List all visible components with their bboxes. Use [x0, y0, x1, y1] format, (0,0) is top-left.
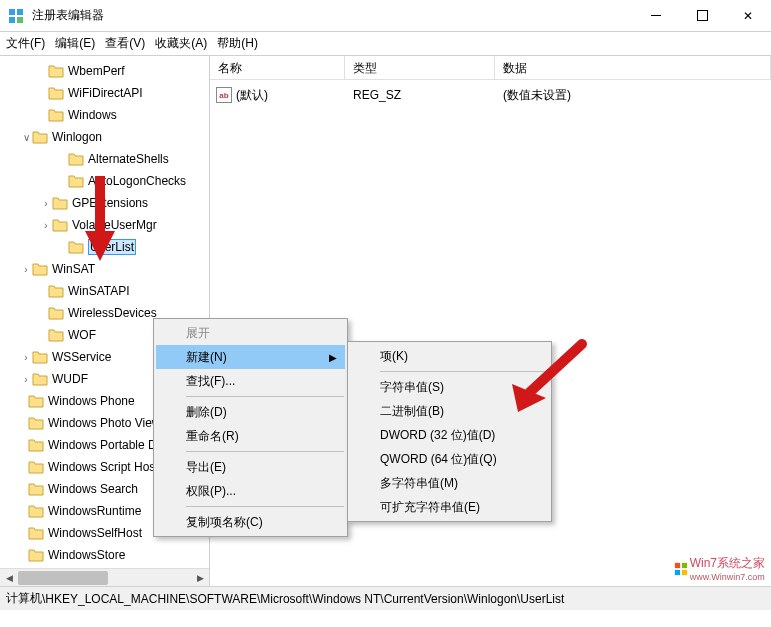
folder-icon	[32, 130, 48, 144]
status-path: HKEY_LOCAL_MACHINE\SOFTWARE\Microsoft\Wi…	[45, 592, 564, 606]
list-row-default[interactable]: ab (默认) REG_SZ (数值未设置)	[210, 84, 771, 106]
menu-help[interactable]: 帮助(H)	[217, 35, 258, 52]
regedit-app-icon	[8, 8, 24, 24]
folder-icon	[28, 482, 44, 496]
ctx-separator	[186, 396, 344, 397]
statusbar: 计算机 \ HKEY_LOCAL_MACHINE\SOFTWARE\Micros…	[0, 586, 771, 610]
folder-icon	[32, 372, 48, 386]
ctx-new-qword[interactable]: QWORD (64 位)值(Q)	[350, 447, 549, 471]
ctx-new-expand[interactable]: 可扩充字符串值(E)	[350, 495, 549, 519]
tree-item-wbemperf[interactable]: WbemPerf	[68, 64, 125, 78]
col-header-data[interactable]: 数据	[495, 56, 771, 79]
folder-icon	[48, 306, 64, 320]
ctx-expand[interactable]: 展开	[156, 321, 345, 345]
expander-icon[interactable]: ›	[20, 374, 32, 385]
svg-rect-1	[17, 9, 23, 15]
ctx-new-binary[interactable]: 二进制值(B)	[350, 399, 549, 423]
expander-icon[interactable]: ›	[20, 352, 32, 363]
tree-item-winsatapi[interactable]: WinSATAPI	[68, 284, 130, 298]
tree-item-autologon[interactable]: AutoLogonChecks	[88, 174, 186, 188]
ctx-new[interactable]: 新建(N)▶	[156, 345, 345, 369]
tree-item-winstore[interactable]: WindowsStore	[48, 548, 125, 562]
list-header: 名称 类型 数据	[210, 56, 771, 80]
ctx-new-multi[interactable]: 多字符串值(M)	[350, 471, 549, 495]
status-computer: 计算机	[6, 590, 42, 607]
tree-item-wifidirect[interactable]: WiFiDirectAPI	[68, 86, 143, 100]
folder-icon	[48, 108, 64, 122]
value-data: (数值未设置)	[495, 87, 771, 104]
scroll-right-icon[interactable]: ▶	[191, 569, 209, 587]
ctx-copykeyname[interactable]: 复制项名称(C)	[156, 510, 345, 534]
ctx-rename[interactable]: 重命名(R)	[156, 424, 345, 448]
folder-icon	[28, 548, 44, 562]
col-header-type[interactable]: 类型	[345, 56, 495, 79]
svg-rect-3	[17, 17, 23, 23]
ctx-find[interactable]: 查找(F)...	[156, 369, 345, 393]
tree-item-wirelessde[interactable]: WirelessDevices	[68, 306, 157, 320]
value-name: (默认)	[236, 87, 268, 104]
menu-file[interactable]: 文件(F)	[6, 35, 45, 52]
tree-item-wsservice[interactable]: WSService	[52, 350, 111, 364]
folder-icon	[28, 438, 44, 452]
folder-icon	[32, 350, 48, 364]
tree-item-winscript[interactable]: Windows Script Host	[48, 460, 159, 474]
tree-item-volatileuser[interactable]: VolatileUserMgr	[72, 218, 157, 232]
tree-item-winselfhost[interactable]: WindowsSelfHost	[48, 526, 142, 540]
close-button[interactable]	[725, 0, 771, 32]
ctx-export[interactable]: 导出(E)	[156, 455, 345, 479]
tree-item-wudf[interactable]: WUDF	[52, 372, 88, 386]
scroll-left-icon[interactable]: ◀	[0, 569, 18, 587]
folder-icon	[28, 416, 44, 430]
svg-rect-2	[9, 17, 15, 23]
minimize-button[interactable]	[633, 0, 679, 32]
menu-edit[interactable]: 编辑(E)	[55, 35, 95, 52]
folder-icon	[52, 218, 68, 232]
maximize-button[interactable]	[679, 0, 725, 32]
expander-icon[interactable]: ›	[40, 198, 52, 209]
ctx-separator	[380, 371, 548, 372]
folder-icon	[48, 64, 64, 78]
ctx-new-dword[interactable]: DWORD (32 位)值(D)	[350, 423, 549, 447]
folder-icon	[48, 328, 64, 342]
folder-icon	[68, 152, 84, 166]
context-menu-main: 展开 新建(N)▶ 查找(F)... 删除(D) 重命名(R) 导出(E) 权限…	[153, 318, 348, 537]
folder-icon	[32, 262, 48, 276]
ctx-permissions[interactable]: 权限(P)...	[156, 479, 345, 503]
folder-icon	[48, 86, 64, 100]
ctx-separator	[186, 451, 344, 452]
tree-item-winlogon[interactable]: Winlogon	[52, 130, 102, 144]
ctx-separator	[186, 506, 344, 507]
ctx-new-string[interactable]: 字符串值(S)	[350, 375, 549, 399]
content-area: WbemPerf WiFiDirectAPI Windows ∨Winlogon…	[0, 56, 771, 586]
tree-item-winsearch[interactable]: Windows Search	[48, 482, 138, 496]
folder-icon	[68, 174, 84, 188]
ctx-new-key[interactable]: 项(K)	[350, 344, 549, 368]
folder-icon	[28, 526, 44, 540]
expander-icon[interactable]: ›	[40, 220, 52, 231]
folder-icon	[28, 504, 44, 518]
value-type: REG_SZ	[345, 88, 495, 102]
tree-item-winruntime[interactable]: WindowsRuntime	[48, 504, 141, 518]
tree-item-gpextensions[interactable]: GPExtensions	[72, 196, 148, 210]
menu-favorites[interactable]: 收藏夹(A)	[155, 35, 207, 52]
tree-item-userlist[interactable]: UserList	[88, 239, 136, 255]
ctx-delete[interactable]: 删除(D)	[156, 400, 345, 424]
expander-open-icon[interactable]: ∨	[20, 132, 32, 143]
tree-item-wof[interactable]: WOF	[68, 328, 96, 342]
tree-item-windows[interactable]: Windows	[68, 108, 117, 122]
expander-icon[interactable]: ›	[20, 264, 32, 275]
tree-item-alternateshells[interactable]: AlternateShells	[88, 152, 169, 166]
folder-icon	[52, 196, 68, 210]
menu-view[interactable]: 查看(V)	[105, 35, 145, 52]
folder-icon	[68, 240, 84, 254]
tree-h-scrollbar[interactable]: ◀ ▶	[0, 568, 209, 586]
submenu-arrow-icon: ▶	[329, 352, 337, 363]
window-title: 注册表编辑器	[32, 7, 633, 24]
col-header-name[interactable]: 名称	[210, 56, 345, 79]
folder-icon	[28, 460, 44, 474]
folder-icon	[48, 284, 64, 298]
tree-item-winsat[interactable]: WinSAT	[52, 262, 95, 276]
list-body[interactable]: ab (默认) REG_SZ (数值未设置)	[210, 80, 771, 110]
tree-item-winphone[interactable]: Windows Phone	[48, 394, 135, 408]
menubar: 文件(F) 编辑(E) 查看(V) 收藏夹(A) 帮助(H)	[0, 32, 771, 56]
